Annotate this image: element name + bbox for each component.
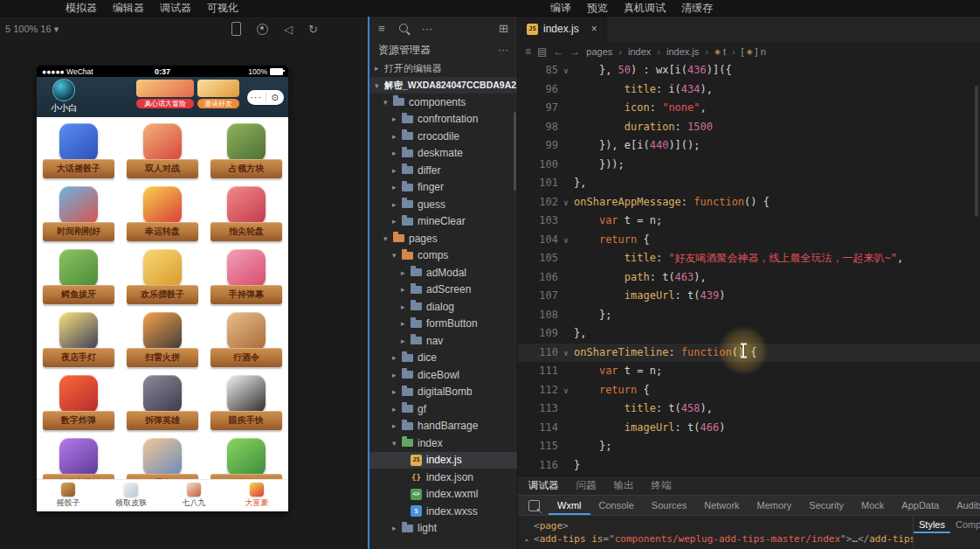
code-editor[interactable]: 85∨ }, 50) : wx[i(436)]({96 title: i(434… <box>518 61 980 476</box>
code-line-111[interactable]: 111 var t = n; <box>518 362 980 381</box>
toolbar-action-0[interactable]: 编译 <box>550 1 571 16</box>
code-line-112[interactable]: 112∨ return { <box>518 381 980 400</box>
fold-icon[interactable]: ∨ <box>558 344 574 364</box>
tree-item-handBarrage[interactable]: ▸handBarrage <box>369 418 517 435</box>
menu-item-3[interactable]: 可视化 <box>207 1 238 16</box>
close-icon[interactable]: × <box>591 23 597 35</box>
dom-node-0[interactable]: <page> <box>525 519 914 532</box>
panel-resize-sash[interactable] <box>368 16 369 549</box>
tree-item-differ[interactable]: ▸differ <box>369 162 517 179</box>
promo-badge-truth-or-dare[interactable]: 真心话大冒险 <box>136 80 194 108</box>
tree-item-index.wxss[interactable]: Sindex.wxss <box>369 503 517 520</box>
code-line-113[interactable]: 113 title: t(458), <box>518 400 980 419</box>
code-line-103[interactable]: 103 var t = n; <box>518 212 980 231</box>
exit-icon[interactable]: ⊙ <box>266 94 285 102</box>
code-line-109[interactable]: 109}, <box>518 324 980 344</box>
tree-item-guess[interactable]: ▸guess <box>369 196 517 213</box>
devtools-tab-终端[interactable]: 终端 <box>652 479 672 492</box>
code-line-104[interactable]: 104∨ return { <box>518 231 980 250</box>
game-cell-0[interactable]: 大话摇骰子 <box>37 121 121 184</box>
game-cell-12[interactable]: 数字炸弹 <box>37 372 121 435</box>
game-cell-3[interactable]: 时间刚刚好 <box>37 184 121 247</box>
tree-item-comps[interactable]: ▾comps <box>369 247 517 265</box>
menu-item-0[interactable]: 模拟器 <box>66 1 97 16</box>
code-line-85[interactable]: 85∨ }, 50) : wx[i(436)]({ <box>518 61 980 80</box>
tabbar-item-2[interactable]: 七八九 <box>162 480 225 511</box>
inspect-element-icon[interactable] <box>528 500 540 511</box>
game-cell-11[interactable]: 行酒令 <box>204 309 288 372</box>
menu-item-1[interactable]: 编辑器 <box>113 1 144 16</box>
back-arrow-icon[interactable]: ← <box>553 45 563 58</box>
inspector-tab-Audits[interactable]: Audits <box>948 496 980 515</box>
fold-icon[interactable]: ∨ <box>558 194 574 213</box>
rotate-icon[interactable]: ↻ <box>308 24 318 35</box>
breadcrumb-item-pages[interactable]: pages <box>586 46 612 57</box>
promo-badge-invite-friends[interactable]: 邀请好友 <box>197 80 239 108</box>
tree-item-digitalBomb[interactable]: ▸digitalBomb <box>369 384 517 401</box>
dom-node-1[interactable]: ▸<add-tips is="components/weplug-add-tip… <box>525 532 914 546</box>
editor-tab-indexjs[interactable]: JS index.js × <box>518 16 607 42</box>
styles-tab-Styles[interactable]: Styles <box>914 516 950 533</box>
tree-item-formButton[interactable]: ▸formButton <box>369 316 517 333</box>
forward-arrow-icon[interactable]: → <box>569 45 580 58</box>
project-root[interactable]: ▾ 解密_WXDA824047CCBDA9A2 <box>369 77 517 94</box>
fold-icon[interactable]: ∨ <box>558 382 574 401</box>
menu-item-2[interactable]: 调试器 <box>160 1 191 16</box>
game-cell-8[interactable]: 手持弹幕 <box>204 247 288 309</box>
volume-icon[interactable]: ◁ <box>284 24 293 35</box>
code-line-107[interactable]: 107 imageUrl: t(439) <box>518 287 980 306</box>
styles-tab-Computed[interactable]: Computed <box>950 516 980 533</box>
game-cell-10[interactable]: 扫雷火拼 <box>121 309 204 372</box>
inspector-tab-Security[interactable]: Security <box>800 496 852 515</box>
tree-item-deskmate[interactable]: ▸deskmate <box>369 145 517 163</box>
game-cell-9[interactable]: 夜店手灯 <box>37 309 121 372</box>
tree-item-dice[interactable]: ▸dice <box>369 350 517 367</box>
toolbar-action-1[interactable]: 预览 <box>587 1 608 16</box>
game-cell-14[interactable]: 眼疾手快 <box>204 372 288 435</box>
inspector-tab-Mock[interactable]: Mock <box>852 496 893 515</box>
fold-icon[interactable]: ∨ <box>558 232 574 251</box>
editor-scrollbar[interactable] <box>975 86 978 217</box>
toolbar-action-3[interactable]: 清缓存 <box>681 1 713 16</box>
code-line-97[interactable]: 97 icon: "none", <box>518 99 980 118</box>
inspector-tab-Wxml[interactable]: Wxml <box>549 496 590 515</box>
devtools-tab-问题[interactable]: 问题 <box>576 479 597 492</box>
code-line-99[interactable]: 99 }), e[i(440)](); <box>518 136 980 156</box>
code-line-100[interactable]: 100 })); <box>518 156 980 175</box>
inspector-tab-Network[interactable]: Network <box>695 496 748 515</box>
code-line-96[interactable]: 96 title: i(434), <box>518 80 980 100</box>
explorer-scrollbar[interactable] <box>514 112 516 191</box>
inspector-tab-Sources[interactable]: Sources <box>643 496 695 515</box>
game-cell-13[interactable]: 拆弹英雄 <box>121 372 204 435</box>
devtools-tab-调试器[interactable]: 调试器 <box>528 479 559 492</box>
device-selector[interactable]: 5 100% 16 ▾ <box>5 24 59 35</box>
fold-icon[interactable]: ∨ <box>558 62 574 81</box>
tree-item-nav[interactable]: ▸nav <box>369 332 517 350</box>
tree-item-light[interactable]: ▸light <box>369 520 517 538</box>
tree-item-confrontation[interactable]: ▸confrontation <box>369 111 517 129</box>
tree-item-index.js[interactable]: JSindex.js <box>369 452 517 469</box>
tree-item-finger[interactable]: ▸finger <box>369 179 517 197</box>
tabbar-item-1[interactable]: 领取皮肤 <box>100 480 162 511</box>
inspector-tab-AppData[interactable]: AppData <box>893 496 948 515</box>
more-icon[interactable]: ··· <box>498 44 508 56</box>
search-icon[interactable] <box>399 24 408 32</box>
tree-item-adModal[interactable]: ▸adModal <box>369 264 517 281</box>
code-line-115[interactable]: 115 }; <box>518 437 980 456</box>
list-icon[interactable]: ≡ <box>378 23 385 34</box>
breadcrumb-item-index[interactable]: index <box>628 46 651 57</box>
code-line-114[interactable]: 114 imageUrl: t(466) <box>518 419 980 438</box>
bookmark-icon[interactable]: ▤ <box>537 45 547 58</box>
devtools-tab-输出[interactable]: 输出 <box>614 479 634 492</box>
outline-icon[interactable]: ≡ <box>525 45 531 58</box>
game-cell-6[interactable]: 鳄鱼拔牙 <box>37 247 121 309</box>
game-cell-2[interactable]: 占领方块 <box>204 121 288 184</box>
inspector-tab-Console[interactable]: Console <box>590 496 643 515</box>
code-line-108[interactable]: 108 }; <box>518 306 980 325</box>
tree-item-crocodile[interactable]: ▸crocodile <box>369 128 517 145</box>
breadcrumb-item-index.js[interactable]: index.js <box>666 46 699 57</box>
code-line-116[interactable]: 116} <box>518 456 980 476</box>
code-line-105[interactable]: 105 title: "好友喝酒聚会神器，线上最全玩法，一起来叭~", <box>518 249 980 268</box>
user-profile[interactable]: 小小白 <box>44 79 84 115</box>
game-cell-7[interactable]: 欢乐掷骰子 <box>121 247 204 309</box>
